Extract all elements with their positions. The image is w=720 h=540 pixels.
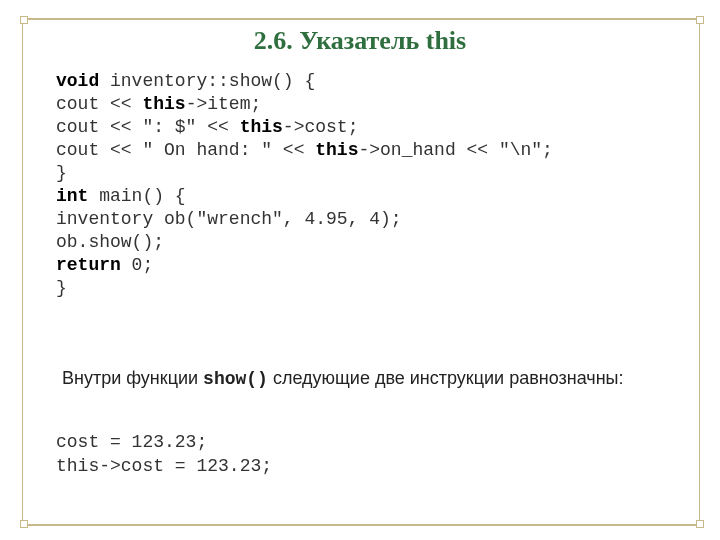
code-text: ->cost; (283, 117, 359, 137)
code-text: cout << ": $" << (56, 117, 240, 137)
keyword-int: int (56, 186, 88, 206)
keyword-this: this (142, 94, 185, 114)
code-text: main() { (88, 186, 185, 206)
keyword-this: this (315, 140, 358, 160)
frame-corner (20, 16, 28, 24)
frame-corner (696, 16, 704, 24)
code-text: cout << " On hand: " << (56, 140, 315, 160)
function-name: show() (203, 369, 268, 389)
code-text: ->on_hand << "\n"; (358, 140, 552, 160)
para-text: следующие две инструкции равнозначны: (268, 368, 624, 388)
paragraph: Внутри функции show() следующие две инст… (32, 366, 652, 391)
code-text: } (56, 278, 67, 298)
keyword-void: void (56, 71, 99, 91)
code-block-equiv: cost = 123.23; this->cost = 123.23; (56, 430, 272, 478)
code-text: this->cost = 123.23; (56, 456, 272, 476)
code-text: 0; (121, 255, 153, 275)
keyword-return: return (56, 255, 121, 275)
slide-title: 2.6. Указатель this (0, 26, 720, 56)
frame-corner (20, 520, 28, 528)
code-text: ob.show(); (56, 232, 164, 252)
code-text: inventory ob("wrench", 4.95, 4); (56, 209, 402, 229)
para-text: Внутри функции (62, 368, 203, 388)
code-text: inventory::show() { (99, 71, 315, 91)
code-text: } (56, 163, 67, 183)
frame-corner (696, 520, 704, 528)
code-text: cost = 123.23; (56, 432, 207, 452)
code-text: ->item; (186, 94, 262, 114)
code-text: cout << (56, 94, 142, 114)
keyword-this: this (240, 117, 283, 137)
code-block-main: void inventory::show() { cout << this->i… (56, 70, 553, 300)
